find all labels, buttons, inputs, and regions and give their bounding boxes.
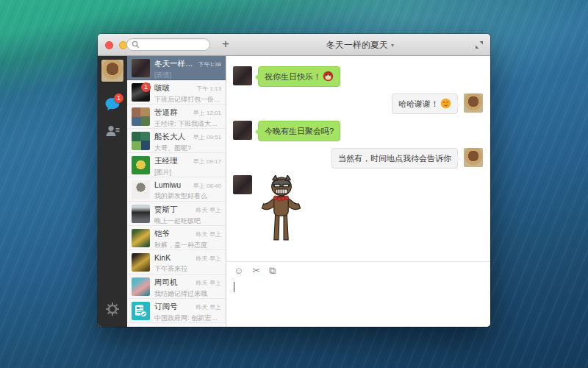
user-avatar[interactable] [101,60,123,82]
chat-preview: 中国政府网: 创新宏观调控: 中… [154,314,221,323]
avatar [132,59,150,77]
list-item-subscriptions[interactable]: 订阅号昨天 早上 中国政府网: 创新宏观调控: 中… [127,299,226,323]
send-file-icon[interactable]: ⧉ [269,266,276,275]
chat-preview: 王经理: 下班我请大家吃饭 [154,119,221,129]
chat-time: 昨天 早上 [196,230,221,238]
fullscreen-icon[interactable] [474,40,484,50]
message-text: 哈哈谢谢！ [398,99,439,108]
message-area: 祝你生日快乐！ 哈哈谢谢！ 今晚有生日聚会吗? 当然有，时间地点我待会告诉你 [226,56,490,261]
list-item-driver-zhou[interactable]: 周司机昨天 早上 我结婚记得过来哦 [127,275,226,299]
title-dropdown-icon: ▾ [391,42,394,49]
unread-badge: 1 [114,93,123,103]
nav-sidebar: 1 [98,56,127,327]
chat-time: 早上 09:17 [193,158,221,166]
chat-preview: 晚上一起吃饭吧 [154,216,221,226]
contacts-tab[interactable] [98,124,127,146]
unread-badge: 1 [141,82,151,92]
screenshot-scissors-icon[interactable]: ✂ [252,266,260,275]
message-text: 今晚有生日聚会吗? [265,127,334,135]
list-item-kaiye[interactable]: 铠爷昨天 早上 秋裤，是一种态度 [127,226,226,250]
chat-name: 船长大人 [154,132,191,142]
avatar: 1 [132,83,150,102]
self-avatar[interactable] [464,93,483,113]
chats-tab[interactable]: 1 [98,97,127,119]
conversation-title-text: 冬天一样的夏天 [326,40,388,50]
chat-name: 啵啵 [154,83,194,93]
window-titlebar[interactable]: + 冬天一样的夏天▾ [98,34,490,56]
close-button[interactable] [105,41,113,49]
search-icon [132,40,140,49]
contact-avatar[interactable] [233,175,252,194]
conversation-title[interactable]: 冬天一样的夏天▾ [245,34,476,56]
contact-avatar[interactable] [233,66,252,85]
message-input[interactable] [226,279,490,327]
contacts-icon [104,124,121,138]
chat-time: 早上 09:51 [193,133,221,141]
chat-name: 苦逼群 [154,107,191,118]
message-row [233,175,483,246]
message-text: 当然有，时间地点我待会告诉你 [338,154,451,163]
composer-toolbar: ☺ ✂ ⧉ [226,261,490,279]
chat-name: 铠爷 [154,229,194,239]
chat-time: 昨天 早上 [196,206,221,214]
emoji-icon[interactable]: ☺ [234,266,243,275]
list-item-bobo[interactable]: 1 啵啵下午 1:13 下班后记得打包一份给我哦 [127,80,226,105]
chat-name: 周司机 [154,277,194,288]
list-item-captain[interactable]: 船长大人早上 09:51 大哥、图呢? [127,129,226,153]
chat-time: 下午1:38 [198,60,221,68]
chat-name: 王经理 [154,156,191,166]
chat-name: 订阅号 [154,302,194,312]
chat-list: 冬天一样的夏天下午1:38 [表情] 1 啵啵下午 1:13 下班后记得打包一份… [127,56,226,327]
wechat-window: + 冬天一样的夏天▾ 1 [98,34,490,327]
message-row: 当然有，时间地点我待会告诉你 [233,148,483,169]
desktop-wallpaper: + 冬天一样的夏天▾ 1 [0,0,588,368]
relieved-face-emoji [440,98,451,109]
chat-preview: 我的新发型好看么 [154,191,221,201]
text-caret [234,282,234,292]
avatar [132,205,150,223]
chat-time: 早上 12:01 [193,109,221,117]
avatar [132,277,150,296]
list-item-justin[interactable]: 贾斯丁昨天 早上 晚上一起吃饭吧 [127,202,226,226]
chat-preview: 下午茶来拉 [154,264,221,274]
message-bubble[interactable]: 哈哈谢谢！ [392,93,458,114]
chat-time: 下午 1:13 [196,85,221,93]
chat-preview: 下班后记得打包一份给我哦 [154,95,221,105]
avatar [132,132,150,150]
avatar [132,180,150,199]
chat-time: 昨天 早上 [196,255,221,263]
list-item-kink[interactable]: KinK昨天 早上 下午茶来拉 [127,250,226,275]
chat-name: Lumiwu [154,180,191,189]
avatar [132,253,150,272]
chat-preview: [表情] [154,71,221,80]
chat-time: 早上 08:40 [193,182,221,190]
avatar [132,107,150,126]
message-row: 哈哈谢谢！ [233,93,483,114]
chat-preview: 秋裤，是一种态度 [154,241,221,250]
message-bubble[interactable]: 祝你生日快乐！ [258,66,340,87]
list-item-manager-wang[interactable]: 王经理早上 09:17 [图片] [127,153,226,177]
chat-name: 冬天一样的夏天 [154,59,196,69]
self-avatar[interactable] [464,148,483,167]
subscriptions-icon [132,302,150,320]
message-row: 祝你生日快乐！ [233,66,483,87]
message-bubble[interactable]: 当然有，时间地点我待会告诉你 [331,148,458,169]
chat-name: KinK [154,253,194,262]
message-bubble[interactable]: 今晚有生日聚会吗? [258,121,340,141]
werewolf-sticker[interactable] [259,175,304,246]
message-row: 今晚有生日聚会吗? [233,121,483,141]
chat-preview: 大哥、图呢? [154,144,221,153]
list-item-kubi-group[interactable]: 苦逼群早上 12:01 王经理: 下班我请大家吃饭 [127,105,226,129]
chat-preview: 我结婚记得过来哦 [154,289,221,299]
list-item-lumiwu[interactable]: Lumiwu早上 08:40 我的新发型好看么 [127,177,226,202]
search-field[interactable] [126,38,210,51]
search-input[interactable] [140,40,203,49]
chat-name: 贾斯丁 [154,205,194,215]
conversation-pane: 祝你生日快乐！ 哈哈谢谢！ 今晚有生日聚会吗? 当然有，时间地点我待会告诉你 [226,56,490,327]
settings-gear-icon[interactable] [105,302,120,316]
monkey-sticker-emoji [323,71,334,82]
contact-avatar[interactable] [233,121,252,140]
chat-time: 昨天 早上 [196,279,221,287]
add-chat-button[interactable]: + [218,36,234,52]
list-item-winter-summer[interactable]: 冬天一样的夏天下午1:38 [表情] [127,56,226,80]
